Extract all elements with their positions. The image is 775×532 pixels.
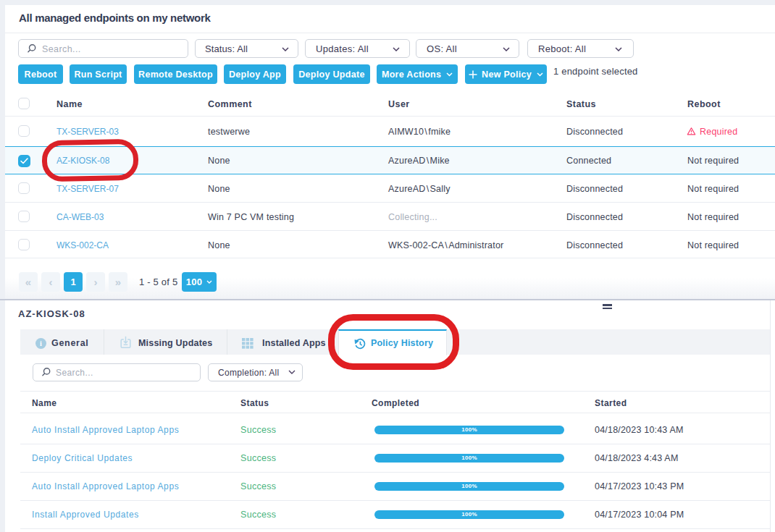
svg-text:i: i <box>40 339 42 347</box>
